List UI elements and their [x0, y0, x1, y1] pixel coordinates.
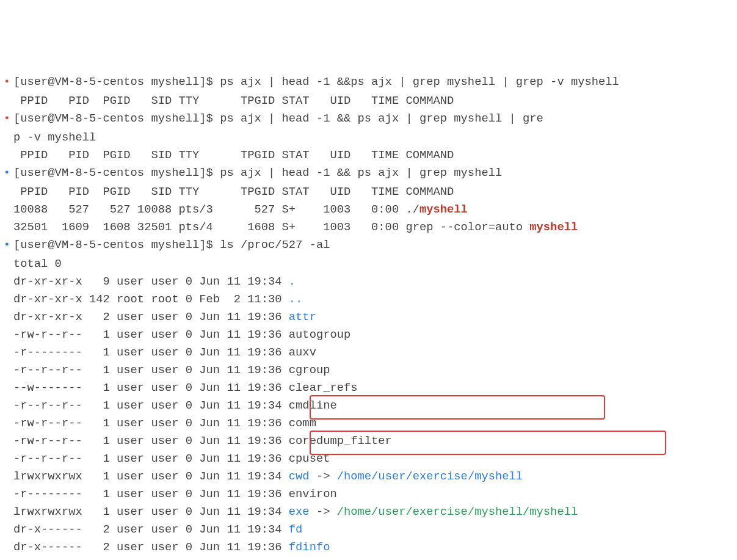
- ps-row: 10088 527 527 10088 pts/3 527 S+ 1003 0:…: [5, 201, 732, 219]
- prompt-line: ●[user@VM-8-5-centos myshell]$ ps ajx | …: [5, 73, 732, 92]
- ls-row: -r--r--r-- 1 user user 0 Jun 11 19:36 cg…: [5, 362, 732, 379]
- ls-row: dr-xr-xr-x 9 user user 0 Jun 11 19:34 .: [5, 273, 732, 291]
- ls-row: -rw-r--r-- 1 user user 0 Jun 11 19:36 co…: [5, 415, 732, 432]
- ps-header: PPID PID PGID SID TTY TPGID STAT UID TIM…: [5, 183, 732, 201]
- terminal-output: ●[user@VM-8-5-centos myshell]$ ps ajx | …: [5, 73, 732, 560]
- prompt-line: ●[user@VM-8-5-centos myshell]$ ls /proc/…: [5, 236, 732, 255]
- ls-row: -rw-r--r-- 1 user user 0 Jun 11 19:36 co…: [5, 432, 732, 450]
- prompt-line: ●[user@VM-8-5-centos myshell]$ ps ajx | …: [5, 110, 732, 129]
- prompt-line-wrap: p -v myshell: [5, 129, 732, 147]
- ls-row: -r--r--r-- 1 user user 0 Jun 11 19:34 cm…: [5, 397, 732, 415]
- ps-header: PPID PID PGID SID TTY TPGID STAT UID TIM…: [5, 92, 732, 110]
- ls-row: lrwxrwxrwx 1 user user 0 Jun 11 19:34 cw…: [5, 468, 732, 485]
- ls-row: dr-xr-xr-x 2 user user 0 Jun 11 19:36 at…: [5, 308, 732, 326]
- ls-row: --w------- 1 user user 0 Jun 11 19:36 cl…: [5, 379, 732, 397]
- ls-row: -rw-r--r-- 1 user user 0 Jun 11 19:36 gi…: [5, 556, 732, 560]
- prompt-line: ●[user@VM-8-5-centos myshell]$ ps ajx | …: [5, 164, 732, 183]
- ls-row: dr-x------ 2 user user 0 Jun 11 19:34 fd: [5, 521, 732, 539]
- ps-header: PPID PID PGID SID TTY TPGID STAT UID TIM…: [5, 147, 732, 164]
- ls-row: dr-x------ 2 user user 0 Jun 11 19:36 fd…: [5, 539, 732, 556]
- ls-row: -rw-r--r-- 1 user user 0 Jun 11 19:36 au…: [5, 326, 732, 344]
- ls-row: -r-------- 1 user user 0 Jun 11 19:36 au…: [5, 344, 732, 362]
- ls-row: lrwxrwxrwx 1 user user 0 Jun 11 19:34 ex…: [5, 503, 732, 521]
- ps-row: 32501 1609 1608 32501 pts/4 1608 S+ 1003…: [5, 219, 732, 236]
- ls-row: dr-xr-xr-x 142 root root 0 Feb 2 11:30 .…: [5, 291, 732, 308]
- ls-row: -r-------- 1 user user 0 Jun 11 19:36 en…: [5, 485, 732, 503]
- ls-total: total 0: [5, 255, 732, 273]
- ls-row: -r--r--r-- 1 user user 0 Jun 11 19:36 cp…: [5, 450, 732, 468]
